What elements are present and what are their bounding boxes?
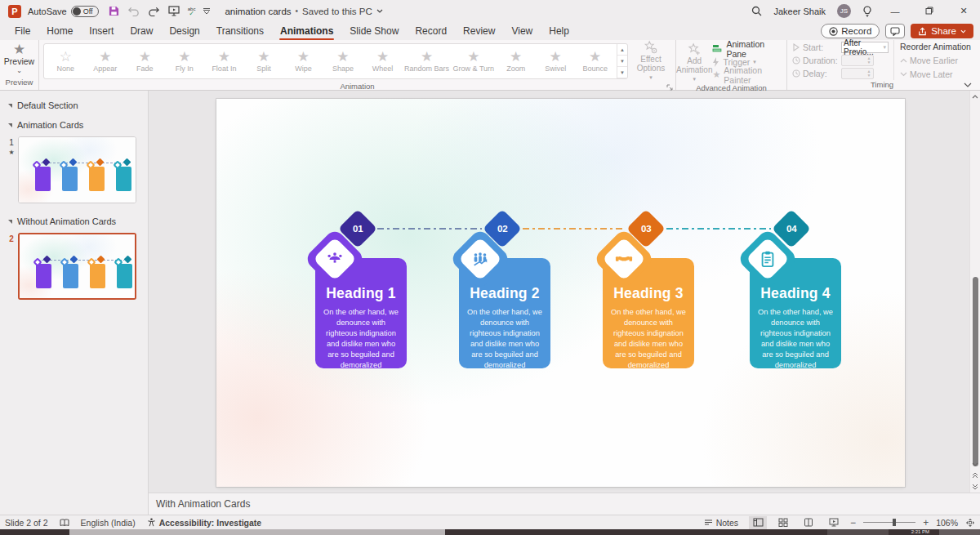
scroll-up-icon[interactable] [970, 91, 980, 102]
accessibility-status[interactable]: Accessibility: Investigate [147, 518, 261, 528]
animation-shape[interactable]: ★Shape [325, 50, 361, 73]
vertical-scrollbar[interactable] [969, 91, 980, 493]
customize-qat-icon[interactable] [203, 8, 210, 15]
powerpoint-logo-icon[interactable]: P [8, 5, 21, 18]
windows-taskbar[interactable]: 2:21 PM [0, 529, 980, 535]
delay-spinner[interactable]: ▲▼ [841, 68, 874, 79]
tab-slide-show[interactable]: Slide Show [341, 23, 407, 40]
close-button[interactable]: ✕ [952, 6, 975, 16]
undo-icon[interactable] [127, 7, 140, 16]
tab-help[interactable]: Help [541, 23, 577, 40]
language-indicator[interactable]: English (India) [81, 518, 136, 528]
move-later-button[interactable]: Move Later [900, 68, 971, 80]
document-title[interactable]: animation cards • Saved to this PC [225, 7, 382, 16]
autosave-toggle[interactable]: Off [71, 6, 99, 17]
duration-spinner[interactable]: ▲▼ [841, 55, 874, 66]
collapse-ribbon-icon[interactable] [964, 82, 972, 87]
gallery-scroll-down-icon[interactable]: ▼ [617, 56, 627, 67]
gallery-more-icon[interactable]: ▼ [617, 67, 627, 78]
animation-float-in[interactable]: ★Float In [206, 50, 242, 73]
notes-button[interactable]: Notes [704, 518, 738, 528]
animation-zoom[interactable]: ★Zoom [498, 50, 534, 73]
animation-pane-button[interactable]: Animation Pane [712, 42, 786, 55]
next-slide-icon[interactable] [970, 481, 980, 493]
mini-timeline [38, 260, 124, 261]
previous-slide-icon[interactable] [970, 470, 980, 481]
slideshow-view-button[interactable] [825, 516, 843, 529]
spelling-icon[interactable]: abc ✓ [188, 7, 196, 16]
tab-design[interactable]: Design [161, 23, 207, 40]
effect-options-button[interactable]: Effect Options ▾ [630, 40, 672, 82]
animation-split[interactable]: ★Split [246, 50, 282, 73]
animation-wheel[interactable]: ★Wheel [365, 50, 401, 73]
effect-options-icon [644, 40, 658, 55]
zoom-slider-thumb[interactable] [893, 519, 896, 526]
user-name[interactable]: Jakeer Shaik [773, 7, 826, 16]
autosave-label: AutoSave [28, 7, 67, 16]
animation-bounce[interactable]: ★Bounce [577, 50, 613, 73]
star-icon: ★ [178, 50, 190, 64]
minimize-button[interactable]: — [884, 7, 906, 16]
tab-home[interactable]: Home [38, 23, 81, 40]
section-animation-cards[interactable]: Animation Cards [0, 115, 148, 135]
proofing-book-icon[interactable] [60, 519, 69, 527]
tab-file[interactable]: File [7, 23, 38, 40]
record-button[interactable]: Record [821, 24, 880, 38]
comments-button[interactable] [885, 24, 905, 38]
tab-review[interactable]: Review [455, 23, 503, 40]
normal-view-button[interactable] [749, 516, 767, 529]
tab-transitions[interactable]: Transitions [208, 23, 272, 40]
notes-icon [704, 519, 713, 526]
fit-to-window-icon[interactable] [965, 518, 975, 528]
zoom-level[interactable]: 106% [936, 518, 958, 528]
taskbar-clock[interactable]: 2:21 PM [911, 529, 929, 535]
animation-none[interactable]: ☆None [47, 50, 83, 73]
zoom-out-button[interactable]: − [850, 517, 856, 528]
save-icon[interactable] [109, 6, 119, 16]
animation-painter-button[interactable]: ★ Animation Painter [712, 69, 786, 81]
tab-insert[interactable]: Insert [81, 23, 122, 40]
reading-view-button[interactable] [800, 516, 817, 529]
gallery-scroll-up-icon[interactable]: ▲ [617, 44, 627, 56]
slide-2-thumbnail[interactable] [18, 233, 136, 300]
zoom-in-button[interactable]: + [923, 517, 929, 528]
taskbar-segment[interactable] [939, 529, 980, 535]
start-dropdown[interactable]: After Previo... ▾ [841, 42, 889, 53]
slide-canvas[interactable]: Heading 1 On the other hand, we denounce… [216, 99, 905, 487]
section-without-animation-cards[interactable]: Without Animation Cards [0, 212, 148, 231]
search-icon[interactable] [751, 6, 762, 16]
redo-icon[interactable] [148, 7, 160, 16]
taskbar-window-segment[interactable] [69, 529, 445, 535]
scrollbar-thumb[interactable] [973, 277, 978, 466]
move-earlier-button[interactable]: Move Earlier [900, 54, 971, 66]
animation-wipe[interactable]: ★Wipe [285, 50, 321, 73]
zoom-slider[interactable] [863, 522, 915, 523]
tab-record[interactable]: Record [407, 23, 455, 40]
animation-grow-turn[interactable]: ★Grow & Turn [453, 50, 495, 73]
taskbar-segment[interactable] [827, 529, 889, 535]
slide-sorter-view-button[interactable] [774, 516, 792, 529]
preview-button[interactable]: ★ Preview ⌄ [0, 41, 38, 77]
scroll-down-icon[interactable] [970, 458, 980, 470]
tab-view[interactable]: View [503, 23, 541, 40]
slide-1-thumbnail[interactable] [18, 136, 136, 203]
dialog-launcher-icon[interactable] [666, 84, 673, 91]
autosave-control[interactable]: AutoSave Off [28, 6, 99, 17]
start-slideshow-icon[interactable] [168, 6, 180, 16]
share-button[interactable]: Share [911, 24, 973, 38]
animation-random-bars[interactable]: ★Random Bars [404, 50, 449, 73]
section-default[interactable]: Default Section [0, 96, 148, 115]
accessibility-icon [147, 518, 156, 527]
tab-animations[interactable]: Animations [272, 23, 341, 40]
restore-button[interactable] [918, 7, 941, 16]
tab-draw[interactable]: Draw [122, 23, 161, 40]
animation-swivel[interactable]: ★Swivel [537, 50, 573, 73]
tips-lightbulb-icon[interactable] [862, 6, 872, 17]
animation-appear[interactable]: ★Appear [87, 50, 123, 73]
add-animation-button[interactable]: Add Animation ▾ [676, 40, 712, 83]
animation-fade[interactable]: ★Fade [127, 50, 163, 73]
avatar[interactable]: JS [837, 4, 851, 18]
animation-fly-in[interactable]: ★Fly In [167, 50, 203, 73]
notes-pane[interactable]: With Animation Cards [149, 493, 980, 515]
slide-indicator[interactable]: Slide 2 of 2 [5, 518, 48, 528]
